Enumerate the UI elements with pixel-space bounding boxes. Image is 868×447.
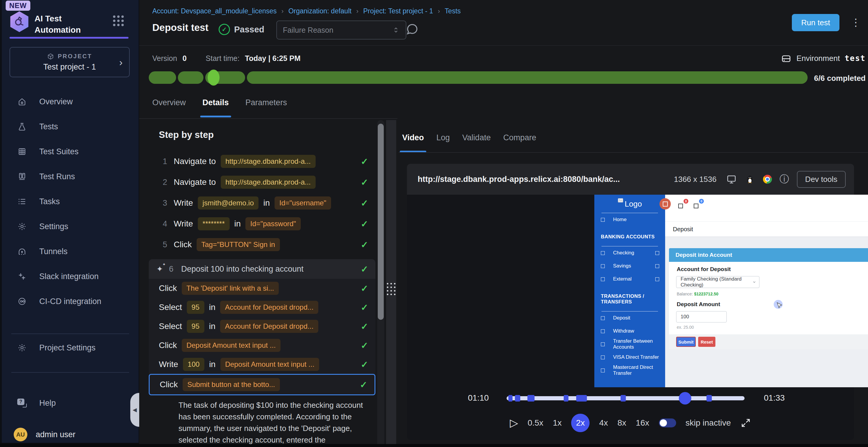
balance-label: Balance: bbox=[677, 291, 693, 296]
square-bullet-icon bbox=[601, 218, 605, 222]
substep-row[interactable]: ClickThe 'Deposit' link with a si...✓ bbox=[149, 279, 375, 298]
step-row[interactable]: 1Navigate tohttp://stage.dbank.prod-a...… bbox=[149, 151, 375, 172]
steps-title: Step by step bbox=[159, 130, 214, 140]
cube-icon bbox=[47, 53, 54, 60]
scrollbar-thumb[interactable] bbox=[378, 124, 384, 320]
sidebar-item-project-settings[interactable]: Project Settings bbox=[2, 335, 154, 360]
more-menu-icon[interactable]: ⋮ bbox=[851, 15, 861, 29]
tab-parameters[interactable]: Parameters bbox=[245, 98, 287, 117]
speed-2x[interactable]: 2x bbox=[571, 414, 590, 432]
breadcrumb-separator: › bbox=[438, 7, 440, 15]
environment-drive-icon bbox=[781, 53, 792, 64]
video-url-bar: http://stage.dbank.prod-apps.relicx.ai:8… bbox=[407, 164, 854, 195]
sidebar-collapse-handle[interactable]: ◀ bbox=[130, 393, 139, 427]
failure-reason-select[interactable]: Failure Reason bbox=[276, 21, 406, 39]
step-row[interactable]: 3Writejsmith@demo.ioinId="username"✓ bbox=[149, 193, 375, 213]
breadcrumb-link[interactable]: Organization: default bbox=[288, 7, 351, 15]
breadcrumb-link[interactable]: Account: Devspace_all_module_licenses bbox=[152, 7, 277, 15]
test-progress-bar bbox=[149, 71, 808, 84]
fullscreen-icon[interactable] bbox=[740, 418, 751, 428]
bank-topbar: 00 User Avat bbox=[665, 195, 868, 221]
bank-form-footer: Submit Reset bbox=[669, 334, 868, 349]
comment-icon[interactable] bbox=[405, 23, 418, 36]
sidebar-item-test-runs[interactable]: Test Runs bbox=[2, 164, 138, 189]
step-action-text: in bbox=[209, 321, 216, 331]
sidebar-item-test-suites[interactable]: Test Suites bbox=[2, 139, 138, 164]
speed-16x[interactable]: 16x bbox=[636, 418, 649, 428]
panel-splitter[interactable] bbox=[386, 120, 396, 447]
chevron-down-icon bbox=[752, 280, 756, 284]
step-chip: ******** bbox=[198, 217, 230, 230]
sidebar-item-label: Slack integration bbox=[39, 272, 99, 281]
help-chat-icon: ? bbox=[17, 398, 27, 408]
run-test-button[interactable]: Run test bbox=[792, 14, 839, 31]
app-switcher-icon[interactable] bbox=[113, 15, 124, 26]
steps-scrollbar[interactable] bbox=[377, 120, 384, 447]
breadcrumb-link[interactable]: Tests bbox=[445, 7, 461, 15]
speed-4x[interactable]: 4x bbox=[599, 418, 608, 428]
step-chip: Id="username" bbox=[275, 197, 331, 209]
bank-submit-button: Submit bbox=[676, 337, 696, 347]
project-selector[interactable]: PROJECT Test project - 1 › bbox=[9, 47, 130, 77]
sidebar-item-slack-integration[interactable]: Slack integration bbox=[2, 264, 138, 289]
sidebar-item-tasks[interactable]: Tasks bbox=[2, 189, 138, 214]
step-chip: 95 bbox=[187, 320, 204, 333]
avatar: AU bbox=[14, 428, 27, 441]
tab-video[interactable]: Video bbox=[402, 133, 424, 152]
info-icon[interactable]: ⓘ bbox=[780, 173, 789, 186]
playhead[interactable] bbox=[679, 392, 691, 405]
tab-details[interactable]: Details bbox=[203, 98, 229, 117]
tab-overview[interactable]: Overview bbox=[152, 98, 186, 117]
tab-log[interactable]: Log bbox=[436, 133, 450, 152]
step-number: 3 bbox=[159, 199, 167, 208]
square-bullet-icon bbox=[601, 251, 605, 255]
sidebar-item-icon bbox=[17, 97, 27, 106]
skip-inactive-toggle[interactable] bbox=[659, 418, 676, 427]
account-for-deposit-label: Account for Deposit bbox=[677, 266, 731, 273]
step-tokens: ClickDeposit Amount text input ... bbox=[159, 339, 280, 352]
substep-row[interactable]: Select95inAccount for Deposit dropd...✓ bbox=[149, 317, 375, 336]
video-seekbar[interactable] bbox=[506, 396, 745, 400]
sidebar-item-tunnels[interactable]: Tunnels bbox=[2, 239, 138, 264]
substep-row[interactable]: ClickSubmit button at the botto...✓ bbox=[149, 374, 375, 395]
substep-row[interactable]: Select95inAccount for Deposit dropd...✓ bbox=[149, 298, 375, 317]
devtools-button[interactable]: Dev tools bbox=[797, 171, 846, 188]
step-row[interactable]: 5ClickTag="BUTTON" Sign in✓ bbox=[149, 234, 375, 255]
breadcrumb-link[interactable]: Project: Test project - 1 bbox=[363, 7, 433, 15]
sidebar-item-settings[interactable]: Settings bbox=[2, 214, 138, 239]
step-chip: Deposit Amount text input ... bbox=[220, 358, 319, 371]
step-row[interactable]: 4Write********inId="password"✓ bbox=[149, 213, 375, 234]
step-chip: Account for Deposit dropd... bbox=[220, 301, 318, 314]
environment-value: test bbox=[844, 54, 866, 63]
sidebar-item-label: Overview bbox=[39, 97, 73, 106]
substep-row[interactable]: Write100inDeposit Amount text input ...✓ bbox=[149, 355, 375, 374]
recording-indicator-icon bbox=[659, 198, 671, 209]
speed-0.5x[interactable]: 0.5x bbox=[528, 418, 544, 428]
speed-8x[interactable]: 8x bbox=[618, 418, 626, 428]
substep-row[interactable]: ClickDeposit Amount text input ...✓ bbox=[149, 336, 375, 355]
step-chip: The 'Deposit' link with a si... bbox=[182, 282, 279, 295]
failure-reason-placeholder: Failure Reason bbox=[283, 26, 334, 34]
speed-1x[interactable]: 1x bbox=[553, 418, 562, 428]
logo-glyph-icon bbox=[13, 16, 25, 28]
play-button[interactable]: ▷ bbox=[510, 417, 518, 429]
step-row[interactable]: 2Navigate tohttp://stage.dbank.prod-a...… bbox=[149, 172, 375, 193]
square-icon bbox=[655, 251, 659, 255]
badge-count: 0 bbox=[684, 199, 688, 204]
bank-nav-heading: TRANSACTIONS / TRANSFERS bbox=[594, 286, 665, 307]
step-chip: Account for Deposit dropd... bbox=[220, 320, 318, 333]
step-tokens: ClickSubmit button at the botto... bbox=[160, 378, 280, 391]
resolution-text: 1366 x 1536 bbox=[674, 175, 716, 184]
window-bottom-edge bbox=[0, 444, 868, 447]
sidebar-item-ci-cd-integration[interactable]: CI-CD integration bbox=[2, 289, 138, 314]
balance-text: Balance: $1223712.50 bbox=[677, 291, 718, 296]
step-tokens: Write100inDeposit Amount text input ... bbox=[159, 358, 319, 371]
sidebar-item-tests[interactable]: Tests bbox=[2, 114, 138, 139]
tab-validate[interactable]: Validate bbox=[462, 133, 491, 152]
video-viewport[interactable]: Logo HomeBANKING ACCOUNTSCheckingSavings… bbox=[594, 195, 868, 387]
step-group-header[interactable]: ✦ 6 Deposit 100 into checking account ✓ bbox=[149, 259, 375, 279]
tab-compare[interactable]: Compare bbox=[503, 133, 536, 152]
video-player-card: http://stage.dbank.prod-apps.relicx.ai:8… bbox=[407, 164, 854, 440]
sidebar-item-overview[interactable]: Overview bbox=[2, 89, 138, 114]
account-select-value: Family Checking (Standard Checking) bbox=[681, 276, 752, 288]
